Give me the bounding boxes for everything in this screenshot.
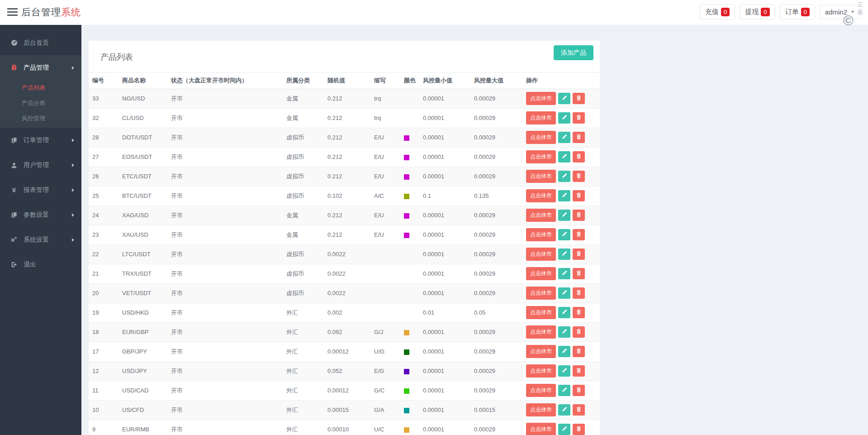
- delete-button[interactable]: [573, 171, 585, 182]
- delete-button[interactable]: [573, 210, 585, 221]
- delete-button[interactable]: [573, 346, 585, 357]
- sidebar-item-user-management[interactable]: 用户管理: [0, 153, 81, 177]
- close-market-button[interactable]: 点击休市: [526, 92, 556, 105]
- edit-button[interactable]: [558, 404, 570, 416]
- row-actions: 点击休市: [522, 264, 600, 283]
- edit-button[interactable]: [558, 268, 570, 279]
- row-random: 0.212: [324, 167, 370, 186]
- delete-button[interactable]: [573, 112, 585, 124]
- row-actions: 点击休市: [522, 283, 600, 303]
- pencil-icon: [562, 329, 567, 335]
- edit-button[interactable]: [558, 346, 570, 357]
- edit-button[interactable]: [558, 171, 570, 182]
- edit-button[interactable]: [558, 249, 570, 260]
- delete-button[interactable]: [573, 287, 585, 299]
- delete-button[interactable]: [573, 326, 585, 338]
- close-market-button[interactable]: 点击休市: [526, 248, 556, 261]
- row-name: USD/JPY: [119, 361, 167, 381]
- close-market-button[interactable]: 点击休市: [526, 131, 556, 144]
- user-menu[interactable]: admin2: [820, 5, 860, 19]
- delete-button[interactable]: [573, 365, 585, 377]
- row-actions: 点击休市: [522, 244, 600, 264]
- row-actions: 点击休市: [522, 400, 600, 420]
- sidebar-item-label: 报表管理: [24, 186, 49, 194]
- close-market-button[interactable]: 点击休市: [526, 345, 556, 358]
- close-market-button[interactable]: 点击休市: [526, 403, 556, 416]
- row-status: 开市: [167, 420, 283, 435]
- sidebar-item-report-management[interactable]: ¥ 报表管理: [0, 177, 81, 202]
- row-name: XAU/USD: [119, 225, 167, 244]
- orders-label: 订单: [785, 8, 799, 16]
- close-market-button[interactable]: 点击休市: [526, 364, 556, 378]
- close-market-button[interactable]: 点击休市: [526, 209, 556, 222]
- sidebar-item-parameter-settings[interactable]: 参数设置: [0, 202, 81, 227]
- orders-nav-item[interactable]: 订单 0: [780, 5, 815, 19]
- edit-button[interactable]: [558, 190, 570, 201]
- close-market-button[interactable]: 点击休市: [526, 228, 556, 241]
- sidebar-item-system-settings[interactable]: 系统设置: [0, 227, 81, 252]
- edit-button[interactable]: [558, 93, 570, 104]
- table-row: 27EOS/USDT开市虚拟币0.212E/U0.000010.00029点击休…: [89, 147, 600, 167]
- delete-button[interactable]: [573, 307, 585, 318]
- close-market-button[interactable]: 点击休市: [526, 150, 556, 163]
- edit-button[interactable]: [558, 210, 570, 221]
- close-market-button[interactable]: 点击休市: [526, 111, 556, 124]
- close-market-button[interactable]: 点击休市: [526, 384, 556, 397]
- sidebar-item-home[interactable]: 后台首页: [0, 30, 81, 55]
- row-risk-min: 0.00001: [419, 206, 470, 225]
- hamburger-menu-icon[interactable]: [7, 8, 18, 16]
- close-market-button[interactable]: 点击休市: [526, 267, 556, 280]
- row-actions: 点击休市: [522, 89, 600, 108]
- sidebar-item-risk-management[interactable]: 风控管理: [0, 111, 81, 126]
- color-swatch: [404, 388, 409, 394]
- col-category: 所属分类: [283, 72, 324, 89]
- edit-button[interactable]: [558, 112, 570, 124]
- col-color: 颜色: [400, 72, 419, 89]
- close-market-button[interactable]: 点击休市: [526, 306, 556, 319]
- close-market-button[interactable]: 点击休市: [526, 287, 556, 300]
- edit-button[interactable]: [558, 326, 570, 338]
- trash-icon: [576, 309, 581, 316]
- delete-button[interactable]: [573, 190, 585, 201]
- row-color: [400, 264, 419, 283]
- sidebar-item-logout[interactable]: 退出: [0, 252, 81, 277]
- col-risk-max: 风控最大值: [470, 72, 522, 89]
- delete-button[interactable]: [573, 93, 585, 104]
- row-name: US/CFD: [119, 400, 167, 420]
- edit-button[interactable]: [558, 287, 570, 299]
- row-name: XAG/USD: [119, 206, 167, 225]
- trash-icon: [576, 348, 581, 355]
- edit-button[interactable]: [558, 132, 570, 143]
- sidebar-item-product-management[interactable]: Ƀ 产品管理: [0, 55, 81, 80]
- close-market-button[interactable]: 点击休市: [526, 325, 556, 339]
- row-risk-max: 0.00029: [470, 322, 522, 342]
- row-abbr: [370, 283, 400, 303]
- delete-button[interactable]: [573, 151, 585, 163]
- close-market-button[interactable]: 点击休市: [526, 189, 556, 202]
- delete-button[interactable]: [573, 424, 585, 435]
- edit-button[interactable]: [558, 151, 570, 163]
- add-product-button[interactable]: 添加产品: [554, 45, 593, 60]
- edit-button[interactable]: [558, 365, 570, 377]
- withdraw-nav-item[interactable]: 提现 0: [740, 5, 775, 19]
- edit-button[interactable]: [558, 307, 570, 318]
- row-abbr: E/U: [370, 225, 400, 244]
- chevron-right-icon: [72, 213, 74, 217]
- col-random: 随机值: [324, 72, 370, 89]
- delete-button[interactable]: [573, 249, 585, 260]
- recharge-nav-item[interactable]: 充值 0: [700, 5, 735, 19]
- delete-button[interactable]: [573, 229, 585, 240]
- delete-button[interactable]: [573, 404, 585, 416]
- row-color: [400, 283, 419, 303]
- delete-button[interactable]: [573, 268, 585, 279]
- edit-button[interactable]: [558, 229, 570, 240]
- delete-button[interactable]: [573, 385, 585, 396]
- edit-button[interactable]: [558, 424, 570, 435]
- delete-button[interactable]: [573, 132, 585, 143]
- sidebar-item-product-category[interactable]: 产品分类: [0, 96, 81, 111]
- close-market-button[interactable]: 点击休市: [526, 423, 556, 435]
- sidebar-item-product-list[interactable]: 产品列表: [0, 80, 81, 96]
- sidebar-item-order-management[interactable]: 订单管理: [0, 128, 81, 153]
- close-market-button[interactable]: 点击休市: [526, 170, 556, 183]
- edit-button[interactable]: [558, 385, 570, 396]
